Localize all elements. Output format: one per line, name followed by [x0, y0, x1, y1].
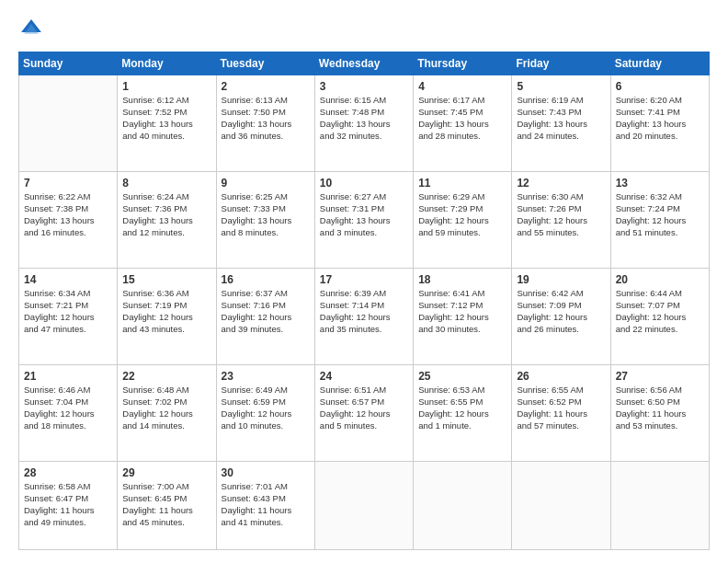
calendar-cell: 20Sunrise: 6:44 AM Sunset: 7:07 PM Dayli… — [610, 269, 709, 365]
calendar-cell: 1Sunrise: 6:12 AM Sunset: 7:52 PM Daylig… — [118, 75, 216, 172]
calendar-header-row: SundayMondayTuesdayWednesdayThursdayFrid… — [19, 52, 710, 75]
cell-info: Sunrise: 6:58 AM Sunset: 6:47 PM Dayligh… — [24, 481, 112, 528]
day-number: 26 — [517, 369, 605, 384]
calendar-cell: 30Sunrise: 7:01 AM Sunset: 6:43 PM Dayli… — [216, 462, 314, 550]
calendar-cell: 25Sunrise: 6:53 AM Sunset: 6:55 PM Dayli… — [414, 365, 512, 462]
calendar-cell: 29Sunrise: 7:00 AM Sunset: 6:45 PM Dayli… — [118, 462, 216, 550]
calendar-cell — [512, 462, 610, 550]
cell-info: Sunrise: 6:32 AM Sunset: 7:24 PM Dayligh… — [616, 191, 704, 238]
day-number: 12 — [517, 176, 605, 190]
cell-info: Sunrise: 6:46 AM Sunset: 7:04 PM Dayligh… — [24, 385, 112, 431]
day-number: 14 — [24, 272, 112, 287]
logo — [18, 17, 48, 42]
calendar-week-row: 1Sunrise: 6:12 AM Sunset: 7:52 PM Daylig… — [19, 75, 710, 172]
cell-info: Sunrise: 6:55 AM Sunset: 6:52 PM Dayligh… — [517, 385, 605, 431]
cell-info: Sunrise: 7:00 AM Sunset: 6:45 PM Dayligh… — [122, 481, 210, 528]
calendar-day-header: Wednesday — [314, 52, 413, 75]
cell-info: Sunrise: 6:17 AM Sunset: 7:45 PM Dayligh… — [418, 95, 506, 142]
header — [18, 17, 710, 42]
day-number: 10 — [320, 176, 408, 190]
calendar-cell: 23Sunrise: 6:49 AM Sunset: 6:59 PM Dayli… — [216, 365, 314, 462]
cell-info: Sunrise: 6:53 AM Sunset: 6:55 PM Dayligh… — [418, 385, 506, 431]
day-number: 3 — [320, 79, 408, 94]
day-number: 30 — [222, 465, 310, 480]
calendar-cell — [314, 462, 413, 550]
calendar-week-row: 28Sunrise: 6:58 AM Sunset: 6:47 PM Dayli… — [19, 462, 710, 550]
calendar-cell: 5Sunrise: 6:19 AM Sunset: 7:43 PM Daylig… — [512, 75, 610, 172]
calendar-day-header: Monday — [118, 52, 216, 75]
day-number: 2 — [222, 79, 310, 94]
calendar-cell: 4Sunrise: 6:17 AM Sunset: 7:45 PM Daylig… — [414, 75, 512, 172]
calendar-cell — [19, 75, 118, 172]
calendar-cell: 28Sunrise: 6:58 AM Sunset: 6:47 PM Dayli… — [19, 462, 118, 550]
day-number: 13 — [616, 176, 704, 190]
cell-info: Sunrise: 7:01 AM Sunset: 6:43 PM Dayligh… — [222, 481, 310, 528]
cell-info: Sunrise: 6:44 AM Sunset: 7:07 PM Dayligh… — [616, 288, 704, 335]
day-number: 21 — [24, 369, 112, 384]
cell-info: Sunrise: 6:25 AM Sunset: 7:33 PM Dayligh… — [222, 191, 310, 238]
cell-info: Sunrise: 6:22 AM Sunset: 7:38 PM Dayligh… — [24, 191, 112, 238]
calendar-cell: 11Sunrise: 6:29 AM Sunset: 7:29 PM Dayli… — [414, 172, 512, 269]
calendar-cell: 13Sunrise: 6:32 AM Sunset: 7:24 PM Dayli… — [610, 172, 709, 269]
calendar-cell: 26Sunrise: 6:55 AM Sunset: 6:52 PM Dayli… — [512, 365, 610, 462]
calendar-cell: 19Sunrise: 6:42 AM Sunset: 7:09 PM Dayli… — [512, 269, 610, 365]
day-number: 24 — [320, 369, 408, 384]
day-number: 11 — [418, 176, 506, 190]
calendar-week-row: 7Sunrise: 6:22 AM Sunset: 7:38 PM Daylig… — [19, 172, 710, 269]
cell-info: Sunrise: 6:37 AM Sunset: 7:16 PM Dayligh… — [222, 288, 310, 335]
day-number: 7 — [24, 176, 112, 190]
calendar-cell: 10Sunrise: 6:27 AM Sunset: 7:31 PM Dayli… — [314, 172, 413, 269]
day-number: 23 — [222, 369, 310, 384]
calendar-week-row: 21Sunrise: 6:46 AM Sunset: 7:04 PM Dayli… — [19, 365, 710, 462]
calendar-day-header: Thursday — [414, 52, 512, 75]
day-number: 16 — [222, 272, 310, 287]
calendar-cell: 8Sunrise: 6:24 AM Sunset: 7:36 PM Daylig… — [118, 172, 216, 269]
day-number: 9 — [222, 176, 310, 190]
day-number: 22 — [122, 369, 210, 384]
cell-info: Sunrise: 6:34 AM Sunset: 7:21 PM Dayligh… — [24, 288, 112, 335]
cell-info: Sunrise: 6:13 AM Sunset: 7:50 PM Dayligh… — [222, 95, 310, 142]
calendar-cell — [414, 462, 512, 550]
cell-info: Sunrise: 6:49 AM Sunset: 6:59 PM Dayligh… — [222, 385, 310, 431]
cell-info: Sunrise: 6:20 AM Sunset: 7:41 PM Dayligh… — [616, 95, 704, 142]
cell-info: Sunrise: 6:48 AM Sunset: 7:02 PM Dayligh… — [122, 385, 210, 431]
day-number: 28 — [24, 465, 112, 480]
calendar-day-header: Sunday — [19, 52, 118, 75]
day-number: 8 — [122, 176, 210, 190]
cell-info: Sunrise: 6:56 AM Sunset: 6:50 PM Dayligh… — [616, 385, 704, 431]
calendar-day-header: Friday — [512, 52, 610, 75]
cell-info: Sunrise: 6:36 AM Sunset: 7:19 PM Dayligh… — [122, 288, 210, 335]
cell-info: Sunrise: 6:51 AM Sunset: 6:57 PM Dayligh… — [320, 385, 408, 431]
calendar-cell: 24Sunrise: 6:51 AM Sunset: 6:57 PM Dayli… — [314, 365, 413, 462]
logo-icon — [18, 17, 44, 42]
day-number: 27 — [616, 369, 704, 384]
day-number: 4 — [418, 79, 506, 94]
calendar-day-header: Tuesday — [216, 52, 314, 75]
calendar-cell: 22Sunrise: 6:48 AM Sunset: 7:02 PM Dayli… — [118, 365, 216, 462]
calendar-cell: 3Sunrise: 6:15 AM Sunset: 7:48 PM Daylig… — [314, 75, 413, 172]
page: SundayMondayTuesdayWednesdayThursdayFrid… — [0, 0, 728, 563]
calendar-cell: 6Sunrise: 6:20 AM Sunset: 7:41 PM Daylig… — [610, 75, 709, 172]
calendar-cell: 7Sunrise: 6:22 AM Sunset: 7:38 PM Daylig… — [19, 172, 118, 269]
calendar-cell: 16Sunrise: 6:37 AM Sunset: 7:16 PM Dayli… — [216, 269, 314, 365]
calendar-cell: 27Sunrise: 6:56 AM Sunset: 6:50 PM Dayli… — [610, 365, 709, 462]
day-number: 1 — [122, 79, 210, 94]
calendar-cell: 21Sunrise: 6:46 AM Sunset: 7:04 PM Dayli… — [19, 365, 118, 462]
day-number: 5 — [517, 79, 605, 94]
calendar-cell: 15Sunrise: 6:36 AM Sunset: 7:19 PM Dayli… — [118, 269, 216, 365]
cell-info: Sunrise: 6:30 AM Sunset: 7:26 PM Dayligh… — [517, 191, 605, 238]
day-number: 17 — [320, 272, 408, 287]
calendar-cell: 14Sunrise: 6:34 AM Sunset: 7:21 PM Dayli… — [19, 269, 118, 365]
cell-info: Sunrise: 6:41 AM Sunset: 7:12 PM Dayligh… — [418, 288, 506, 335]
cell-info: Sunrise: 6:15 AM Sunset: 7:48 PM Dayligh… — [320, 95, 408, 142]
cell-info: Sunrise: 6:12 AM Sunset: 7:52 PM Dayligh… — [122, 95, 210, 142]
calendar-cell: 9Sunrise: 6:25 AM Sunset: 7:33 PM Daylig… — [216, 172, 314, 269]
day-number: 18 — [418, 272, 506, 287]
calendar-day-header: Saturday — [610, 52, 709, 75]
calendar-cell: 17Sunrise: 6:39 AM Sunset: 7:14 PM Dayli… — [314, 269, 413, 365]
cell-info: Sunrise: 6:19 AM Sunset: 7:43 PM Dayligh… — [517, 95, 605, 142]
day-number: 19 — [517, 272, 605, 287]
calendar-week-row: 14Sunrise: 6:34 AM Sunset: 7:21 PM Dayli… — [19, 269, 710, 365]
cell-info: Sunrise: 6:24 AM Sunset: 7:36 PM Dayligh… — [122, 191, 210, 238]
day-number: 29 — [122, 465, 210, 480]
